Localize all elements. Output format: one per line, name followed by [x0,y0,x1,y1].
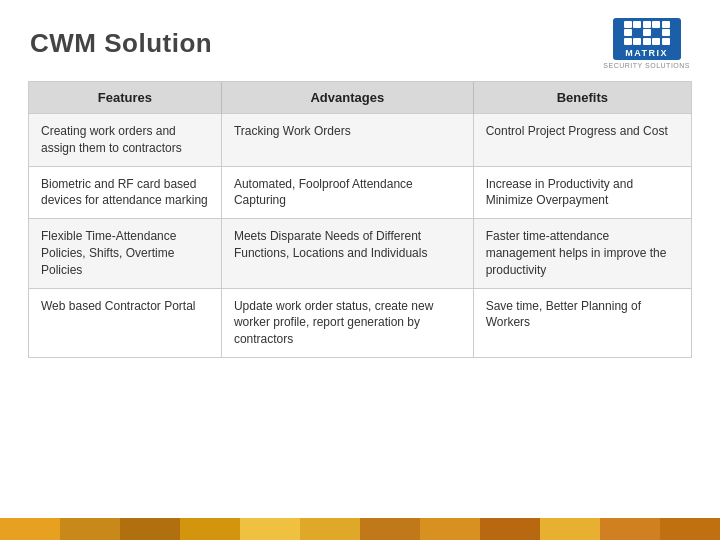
col-header-benefits: Benefits [473,82,691,114]
cell-advantages: Update work order status, create new wor… [221,288,473,357]
cell-benefits: Faster time-attendance management helps … [473,219,691,288]
cell-advantages: Automated, Foolproof Attendance Capturin… [221,166,473,219]
logo-dot [624,38,632,45]
header: CWM Solution [0,0,720,81]
cell-benefits: Save time, Better Planning of Workers [473,288,691,357]
bar-seg-9 [480,518,540,540]
logo-dot [643,29,651,36]
cell-features: Creating work orders and assign them to … [29,114,221,167]
table-header-row: Features Advantages Benefits [29,82,691,114]
bar-seg-6 [300,518,360,540]
logo-dot [624,29,632,36]
bar-seg-1 [0,518,60,540]
logo-dot [633,29,641,36]
logo-dot [652,21,660,28]
logo-brand-text: MATRIX [625,48,668,58]
table-row: Flexible Time-Attendance Policies, Shift… [29,219,691,288]
logo-subtitle: SECURITY SOLUTIONS [603,62,690,69]
cell-features: Flexible Time-Attendance Policies, Shift… [29,219,221,288]
logo-container: MATRIX SECURITY SOLUTIONS [603,18,690,69]
bar-seg-7 [360,518,420,540]
bar-seg-11 [600,518,660,540]
logo-dot [662,29,670,36]
table-row: Web based Contractor PortalUpdate work o… [29,288,691,357]
bar-seg-5 [240,518,300,540]
logo-dot [643,21,651,28]
bar-seg-10 [540,518,600,540]
logo-dot [662,21,670,28]
cell-benefits: Control Project Progress and Cost [473,114,691,167]
logo-dot [624,21,632,28]
cell-advantages: Tracking Work Orders [221,114,473,167]
logo-dot [652,38,660,45]
logo-dot [662,38,670,45]
cell-features: Web based Contractor Portal [29,288,221,357]
table-row: Creating work orders and assign them to … [29,114,691,167]
cell-advantages: Meets Disparate Needs of Different Funct… [221,219,473,288]
logo-dot [643,38,651,45]
logo-dot [633,21,641,28]
cell-features: Biometric and RF card based devices for … [29,166,221,219]
logo-dot [633,38,641,45]
bottom-bar [0,518,720,540]
bar-seg-2 [60,518,120,540]
logo-dot [652,29,660,36]
bar-seg-12 [660,518,720,540]
col-header-advantages: Advantages [221,82,473,114]
logo-grid [624,21,670,45]
page-title: CWM Solution [30,28,212,59]
bar-seg-8 [420,518,480,540]
main-table: Features Advantages Benefits Creating wo… [29,82,691,357]
col-header-features: Features [29,82,221,114]
table-container: Features Advantages Benefits Creating wo… [28,81,692,358]
page-container: CWM Solution [0,0,720,540]
logo-box: MATRIX [613,18,681,60]
table-row: Biometric and RF card based devices for … [29,166,691,219]
cell-benefits: Increase in Productivity and Minimize Ov… [473,166,691,219]
bar-seg-4 [180,518,240,540]
bar-seg-3 [120,518,180,540]
